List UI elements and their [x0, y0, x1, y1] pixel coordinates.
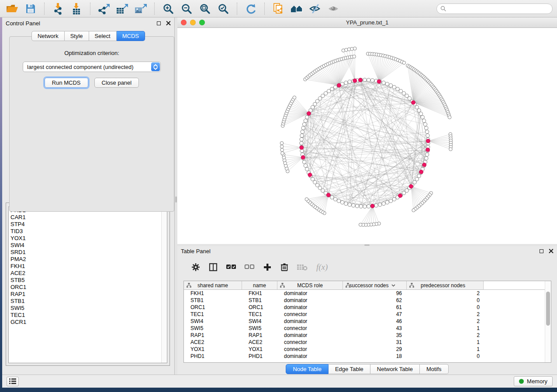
table-row[interactable]: PHD1PHD1dominator180: [184, 353, 551, 360]
table-row[interactable]: ORC1ORC1dominator610: [184, 304, 551, 311]
mcds-list-scrollbar[interactable]: [161, 207, 167, 363]
network-node[interactable]: [311, 106, 315, 109]
network-node[interactable]: [425, 126, 428, 130]
network-node[interactable]: [399, 89, 402, 93]
network-node[interactable]: [330, 196, 334, 199]
network-node[interactable]: [385, 82, 389, 86]
network-node[interactable]: [280, 141, 284, 145]
mcds-result-item[interactable]: STB1: [9, 298, 167, 305]
mcds-result-item[interactable]: SRD1: [9, 249, 167, 256]
network-node[interactable]: [318, 96, 322, 100]
network-node[interactable]: [353, 47, 356, 50]
network-node[interactable]: [363, 78, 367, 82]
export-network-icon[interactable]: [96, 2, 112, 16]
dominator-node[interactable]: [307, 111, 311, 115]
criterion-select[interactable]: largest connected component (undirected): [23, 62, 161, 72]
mcds-result-item[interactable]: PMA2: [9, 256, 167, 263]
network-node[interactable]: [321, 94, 325, 97]
dominator-node[interactable]: [301, 155, 305, 159]
show-all-networks-icon[interactable]: [289, 2, 304, 16]
table-row[interactable]: SWI4SWI4dominator462: [184, 318, 551, 325]
dominator-node[interactable]: [358, 78, 362, 82]
network-node[interactable]: [311, 177, 315, 181]
splitter-grip[interactable]: [175, 196, 177, 203]
network-node[interactable]: [378, 203, 382, 206]
network-node[interactable]: [385, 200, 389, 204]
zoom-selected-icon[interactable]: [215, 2, 231, 16]
network-node[interactable]: [402, 191, 405, 195]
show-panel-icon[interactable]: [325, 2, 341, 16]
mcds-result-item[interactable]: STP4: [9, 221, 167, 228]
network-node[interactable]: [417, 109, 421, 112]
network-node[interactable]: [353, 55, 356, 58]
zoom-fit-icon[interactable]: [197, 2, 213, 16]
network-node[interactable]: [302, 160, 306, 164]
network-node[interactable]: [382, 81, 385, 84]
network-node[interactable]: [417, 174, 421, 178]
network-node[interactable]: [396, 87, 399, 91]
column-header-MCDS-role[interactable]: MCDS role: [277, 281, 343, 289]
dominator-node[interactable]: [308, 173, 312, 177]
network-node[interactable]: [426, 130, 429, 134]
network-node[interactable]: [293, 96, 296, 100]
network-node[interactable]: [321, 189, 325, 192]
dominator-node[interactable]: [326, 193, 330, 197]
import-table-icon[interactable]: [69, 2, 84, 16]
mcds-result-item[interactable]: FKH1: [9, 263, 167, 270]
dominator-node[interactable]: [377, 79, 381, 83]
mcds-result-item[interactable]: GCR1: [9, 319, 167, 326]
network-node[interactable]: [327, 89, 331, 93]
network-node[interactable]: [305, 198, 308, 201]
network-node[interactable]: [344, 202, 348, 205]
network-node[interactable]: [389, 199, 392, 203]
network-node[interactable]: [382, 202, 385, 205]
add-column-icon[interactable]: [263, 263, 272, 272]
table-row[interactable]: RAP1RAP1dominator352: [184, 332, 551, 339]
network-node[interactable]: [304, 164, 307, 167]
memory-button[interactable]: Memory: [514, 376, 553, 386]
network-node[interactable]: [348, 203, 351, 206]
table-scrollbar[interactable]: [545, 281, 551, 362]
search-input[interactable]: [448, 6, 549, 12]
network-node[interactable]: [426, 134, 429, 137]
column-header-successor-nodes[interactable]: successor nodes: [343, 281, 407, 289]
select-all-icon[interactable]: [226, 264, 236, 270]
mcds-result-item[interactable]: SWI5: [9, 305, 167, 312]
table-row[interactable]: ACE2ACE2connector311: [184, 339, 551, 346]
deselect-all-icon[interactable]: [245, 264, 254, 270]
network-node[interactable]: [367, 205, 370, 208]
network-node[interactable]: [330, 87, 334, 91]
network-node[interactable]: [348, 80, 351, 83]
network-node[interactable]: [302, 123, 306, 126]
mcds-result-item[interactable]: RAP1: [9, 291, 167, 298]
network-node[interactable]: [370, 79, 374, 82]
network-node[interactable]: [305, 167, 309, 171]
network-node[interactable]: [413, 180, 416, 184]
network-node[interactable]: [324, 92, 327, 95]
close-panel-icon[interactable]: [549, 249, 554, 254]
mcds-result-item[interactable]: TEC1: [9, 312, 167, 319]
tab-motifs[interactable]: Motifs: [420, 364, 449, 374]
network-node[interactable]: [422, 119, 426, 122]
dominator-node[interactable]: [422, 163, 426, 167]
dominator-node[interactable]: [426, 139, 430, 143]
tab-network-table[interactable]: Network Table: [370, 364, 420, 374]
network-node[interactable]: [344, 81, 348, 84]
network-node[interactable]: [423, 123, 427, 126]
mcds-result-item[interactable]: TID3: [9, 228, 167, 235]
mcds-result-item[interactable]: ACE2: [9, 270, 167, 277]
network-node[interactable]: [415, 177, 419, 181]
dominator-node[interactable]: [337, 83, 341, 87]
network-node[interactable]: [337, 199, 340, 203]
network-node[interactable]: [300, 134, 304, 137]
network-node[interactable]: [426, 153, 429, 156]
zoom-in-icon[interactable]: [160, 2, 176, 16]
network-node[interactable]: [359, 223, 362, 227]
dominator-node[interactable]: [426, 148, 430, 152]
network-node[interactable]: [449, 148, 453, 151]
network-node[interactable]: [281, 151, 284, 155]
dominator-node[interactable]: [412, 100, 415, 104]
dominator-node[interactable]: [398, 194, 402, 198]
dominator-node[interactable]: [419, 170, 423, 174]
zoom-out-icon[interactable]: [179, 2, 194, 16]
